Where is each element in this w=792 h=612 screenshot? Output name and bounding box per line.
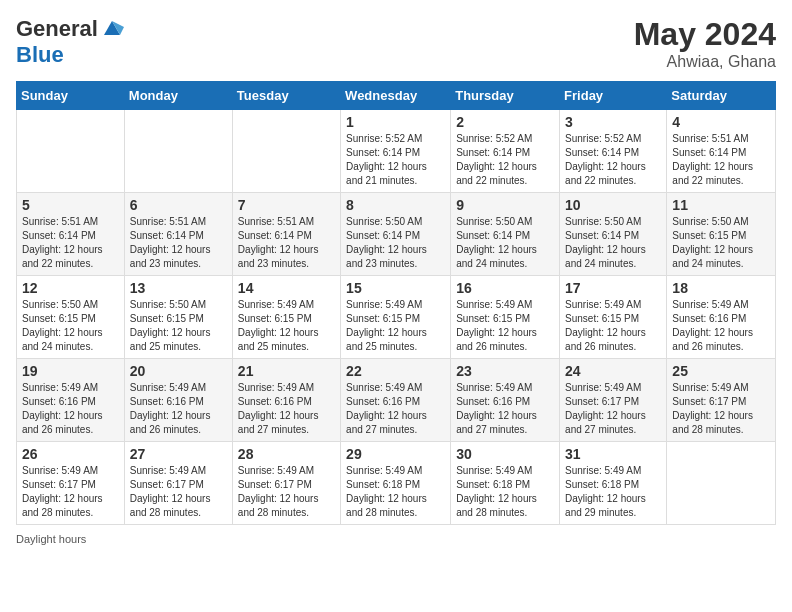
day-number: 30 bbox=[456, 446, 554, 462]
calendar-cell: 5Sunrise: 5:51 AM Sunset: 6:14 PM Daylig… bbox=[17, 193, 125, 276]
day-number: 25 bbox=[672, 363, 770, 379]
day-info: Sunrise: 5:49 AM Sunset: 6:17 PM Dayligh… bbox=[238, 464, 335, 520]
day-info: Sunrise: 5:50 AM Sunset: 6:14 PM Dayligh… bbox=[456, 215, 554, 271]
day-info: Sunrise: 5:49 AM Sunset: 6:17 PM Dayligh… bbox=[130, 464, 227, 520]
day-info: Sunrise: 5:49 AM Sunset: 6:16 PM Dayligh… bbox=[130, 381, 227, 437]
day-info: Sunrise: 5:49 AM Sunset: 6:15 PM Dayligh… bbox=[456, 298, 554, 354]
day-number: 24 bbox=[565, 363, 661, 379]
day-info: Sunrise: 5:50 AM Sunset: 6:15 PM Dayligh… bbox=[130, 298, 227, 354]
day-number: 10 bbox=[565, 197, 661, 213]
calendar-cell: 27Sunrise: 5:49 AM Sunset: 6:17 PM Dayli… bbox=[124, 442, 232, 525]
calendar-cell: 15Sunrise: 5:49 AM Sunset: 6:15 PM Dayli… bbox=[341, 276, 451, 359]
day-number: 28 bbox=[238, 446, 335, 462]
weekday-friday: Friday bbox=[560, 82, 667, 110]
day-number: 16 bbox=[456, 280, 554, 296]
calendar-cell: 19Sunrise: 5:49 AM Sunset: 6:16 PM Dayli… bbox=[17, 359, 125, 442]
day-info: Sunrise: 5:49 AM Sunset: 6:18 PM Dayligh… bbox=[346, 464, 445, 520]
calendar-cell: 30Sunrise: 5:49 AM Sunset: 6:18 PM Dayli… bbox=[451, 442, 560, 525]
day-info: Sunrise: 5:49 AM Sunset: 6:16 PM Dayligh… bbox=[22, 381, 119, 437]
weekday-sunday: Sunday bbox=[17, 82, 125, 110]
day-number: 8 bbox=[346, 197, 445, 213]
day-number: 15 bbox=[346, 280, 445, 296]
weekday-header-row: SundayMondayTuesdayWednesdayThursdayFrid… bbox=[17, 82, 776, 110]
logo: General Blue bbox=[16, 16, 124, 68]
calendar-cell: 11Sunrise: 5:50 AM Sunset: 6:15 PM Dayli… bbox=[667, 193, 776, 276]
day-number: 3 bbox=[565, 114, 661, 130]
day-number: 27 bbox=[130, 446, 227, 462]
day-info: Sunrise: 5:49 AM Sunset: 6:16 PM Dayligh… bbox=[346, 381, 445, 437]
day-number: 9 bbox=[456, 197, 554, 213]
day-info: Sunrise: 5:49 AM Sunset: 6:17 PM Dayligh… bbox=[22, 464, 119, 520]
day-info: Sunrise: 5:50 AM Sunset: 6:15 PM Dayligh… bbox=[672, 215, 770, 271]
calendar-cell: 23Sunrise: 5:49 AM Sunset: 6:16 PM Dayli… bbox=[451, 359, 560, 442]
day-info: Sunrise: 5:51 AM Sunset: 6:14 PM Dayligh… bbox=[22, 215, 119, 271]
day-number: 22 bbox=[346, 363, 445, 379]
day-number: 21 bbox=[238, 363, 335, 379]
calendar-cell: 14Sunrise: 5:49 AM Sunset: 6:15 PM Dayli… bbox=[232, 276, 340, 359]
weekday-monday: Monday bbox=[124, 82, 232, 110]
day-info: Sunrise: 5:52 AM Sunset: 6:14 PM Dayligh… bbox=[456, 132, 554, 188]
calendar-cell: 9Sunrise: 5:50 AM Sunset: 6:14 PM Daylig… bbox=[451, 193, 560, 276]
day-number: 17 bbox=[565, 280, 661, 296]
page-header: General Blue May 2024 Ahwiaa, Ghana bbox=[16, 16, 776, 71]
calendar-cell: 2Sunrise: 5:52 AM Sunset: 6:14 PM Daylig… bbox=[451, 110, 560, 193]
day-number: 20 bbox=[130, 363, 227, 379]
calendar-cell bbox=[232, 110, 340, 193]
month-title: May 2024 bbox=[634, 16, 776, 53]
day-number: 26 bbox=[22, 446, 119, 462]
day-number: 14 bbox=[238, 280, 335, 296]
day-info: Sunrise: 5:49 AM Sunset: 6:15 PM Dayligh… bbox=[565, 298, 661, 354]
day-number: 4 bbox=[672, 114, 770, 130]
day-info: Sunrise: 5:51 AM Sunset: 6:14 PM Dayligh… bbox=[238, 215, 335, 271]
week-row-2: 5Sunrise: 5:51 AM Sunset: 6:14 PM Daylig… bbox=[17, 193, 776, 276]
calendar-cell: 20Sunrise: 5:49 AM Sunset: 6:16 PM Dayli… bbox=[124, 359, 232, 442]
calendar-cell: 26Sunrise: 5:49 AM Sunset: 6:17 PM Dayli… bbox=[17, 442, 125, 525]
weekday-thursday: Thursday bbox=[451, 82, 560, 110]
calendar-table: SundayMondayTuesdayWednesdayThursdayFrid… bbox=[16, 81, 776, 525]
daylight-hours-label: Daylight hours bbox=[16, 533, 86, 545]
logo-blue: Blue bbox=[16, 42, 64, 68]
weekday-wednesday: Wednesday bbox=[341, 82, 451, 110]
week-row-5: 26Sunrise: 5:49 AM Sunset: 6:17 PM Dayli… bbox=[17, 442, 776, 525]
day-number: 1 bbox=[346, 114, 445, 130]
day-number: 31 bbox=[565, 446, 661, 462]
day-info: Sunrise: 5:50 AM Sunset: 6:15 PM Dayligh… bbox=[22, 298, 119, 354]
calendar-cell: 10Sunrise: 5:50 AM Sunset: 6:14 PM Dayli… bbox=[560, 193, 667, 276]
weekday-saturday: Saturday bbox=[667, 82, 776, 110]
day-info: Sunrise: 5:50 AM Sunset: 6:14 PM Dayligh… bbox=[565, 215, 661, 271]
calendar-cell: 16Sunrise: 5:49 AM Sunset: 6:15 PM Dayli… bbox=[451, 276, 560, 359]
day-number: 7 bbox=[238, 197, 335, 213]
day-number: 29 bbox=[346, 446, 445, 462]
day-info: Sunrise: 5:49 AM Sunset: 6:16 PM Dayligh… bbox=[672, 298, 770, 354]
calendar-cell: 13Sunrise: 5:50 AM Sunset: 6:15 PM Dayli… bbox=[124, 276, 232, 359]
calendar-cell: 18Sunrise: 5:49 AM Sunset: 6:16 PM Dayli… bbox=[667, 276, 776, 359]
day-info: Sunrise: 5:49 AM Sunset: 6:16 PM Dayligh… bbox=[238, 381, 335, 437]
week-row-1: 1Sunrise: 5:52 AM Sunset: 6:14 PM Daylig… bbox=[17, 110, 776, 193]
calendar-cell bbox=[667, 442, 776, 525]
calendar-cell: 1Sunrise: 5:52 AM Sunset: 6:14 PM Daylig… bbox=[341, 110, 451, 193]
day-number: 5 bbox=[22, 197, 119, 213]
day-number: 11 bbox=[672, 197, 770, 213]
weekday-tuesday: Tuesday bbox=[232, 82, 340, 110]
week-row-4: 19Sunrise: 5:49 AM Sunset: 6:16 PM Dayli… bbox=[17, 359, 776, 442]
day-info: Sunrise: 5:49 AM Sunset: 6:15 PM Dayligh… bbox=[346, 298, 445, 354]
day-info: Sunrise: 5:51 AM Sunset: 6:14 PM Dayligh… bbox=[130, 215, 227, 271]
logo-icon bbox=[100, 17, 124, 41]
footer: Daylight hours bbox=[16, 533, 776, 545]
day-number: 19 bbox=[22, 363, 119, 379]
calendar-cell: 17Sunrise: 5:49 AM Sunset: 6:15 PM Dayli… bbox=[560, 276, 667, 359]
day-info: Sunrise: 5:52 AM Sunset: 6:14 PM Dayligh… bbox=[346, 132, 445, 188]
calendar-cell: 8Sunrise: 5:50 AM Sunset: 6:14 PM Daylig… bbox=[341, 193, 451, 276]
calendar-cell: 31Sunrise: 5:49 AM Sunset: 6:18 PM Dayli… bbox=[560, 442, 667, 525]
calendar-cell bbox=[17, 110, 125, 193]
day-number: 18 bbox=[672, 280, 770, 296]
calendar-cell: 6Sunrise: 5:51 AM Sunset: 6:14 PM Daylig… bbox=[124, 193, 232, 276]
day-info: Sunrise: 5:49 AM Sunset: 6:15 PM Dayligh… bbox=[238, 298, 335, 354]
week-row-3: 12Sunrise: 5:50 AM Sunset: 6:15 PM Dayli… bbox=[17, 276, 776, 359]
day-number: 12 bbox=[22, 280, 119, 296]
calendar-cell: 12Sunrise: 5:50 AM Sunset: 6:15 PM Dayli… bbox=[17, 276, 125, 359]
day-info: Sunrise: 5:49 AM Sunset: 6:17 PM Dayligh… bbox=[565, 381, 661, 437]
day-number: 2 bbox=[456, 114, 554, 130]
day-number: 13 bbox=[130, 280, 227, 296]
logo-general: General bbox=[16, 16, 98, 42]
